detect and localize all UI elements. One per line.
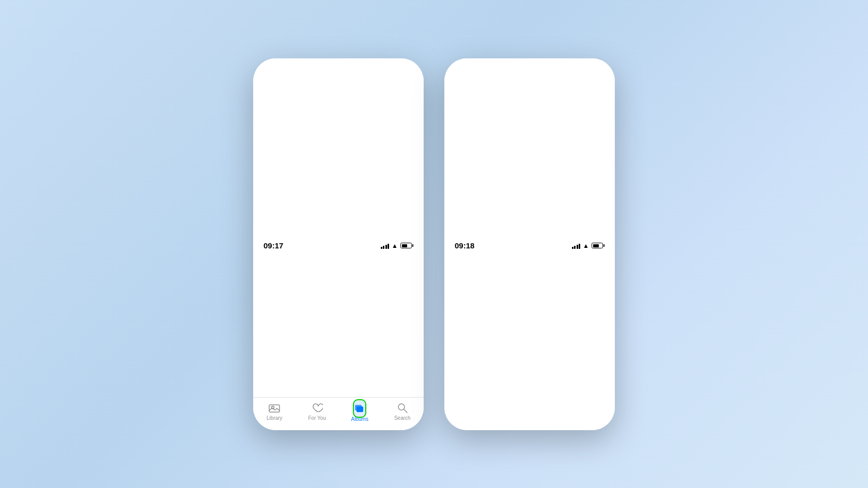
signal-bar-r2 [574, 246, 576, 249]
foryou-label: For You [308, 415, 326, 421]
signal-bar-2 [383, 246, 384, 249]
left-time: 09:17 [264, 241, 283, 250]
left-status-icons: ▲ [381, 242, 413, 249]
signal-icon [381, 243, 390, 249]
left-phone: 09:17 ▲ ‹ Albums Select ··· [253, 58, 424, 430]
right-time: 09:18 [455, 241, 474, 250]
tab-search[interactable]: Search [387, 402, 418, 421]
right-phone: 09:18 ▲ ‹ 24 November 2020 15:15 Ed [444, 58, 615, 430]
right-wifi-icon: ▲ [583, 242, 589, 249]
signal-bar-r4 [579, 244, 580, 249]
signal-bar-3 [385, 245, 387, 249]
foryou-icon [311, 402, 323, 414]
library-label: Library [267, 415, 283, 421]
signal-bar-r1 [572, 247, 574, 249]
search-icon [396, 402, 409, 414]
signal-bar-4 [388, 244, 389, 249]
right-signal-icon [572, 243, 581, 249]
albums-icon [353, 402, 366, 415]
right-battery-icon [592, 243, 605, 248]
search-label: Search [394, 415, 411, 421]
signal-bar-1 [381, 247, 382, 249]
left-status-bar: 09:17 ▲ [253, 58, 424, 430]
wifi-icon: ▲ [392, 242, 398, 249]
svg-rect-151 [355, 405, 362, 411]
tab-library[interactable]: Library [259, 402, 290, 421]
right-status-bar: 09:18 ▲ [444, 58, 615, 430]
svg-line-153 [404, 409, 407, 413]
right-status-icons: ▲ [572, 242, 605, 249]
signal-bar-r3 [577, 245, 578, 249]
tab-foryou[interactable]: For You [302, 402, 333, 421]
svg-rect-148 [269, 405, 280, 412]
library-icon [268, 402, 281, 414]
tab-albums[interactable]: Albums [344, 402, 375, 422]
battery-icon [400, 243, 413, 248]
tab-bar: Library For You Albums [253, 397, 424, 430]
